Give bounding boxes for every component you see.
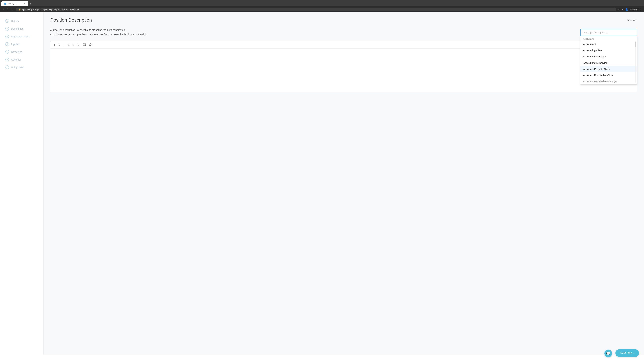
back-button[interactable]: ‹ (2, 7, 5, 11)
incognito-label: Incognito (630, 8, 638, 10)
preview-label: Preview (626, 19, 635, 21)
dropdown-item-accounting-clerk[interactable]: Accounting Clerk (580, 47, 637, 53)
strikethrough-button[interactable]: S (71, 43, 76, 47)
paragraph-button[interactable]: ¶ (52, 43, 56, 47)
sidebar-item-hiring-team[interactable]: 7 Hiring Team (3, 64, 40, 71)
sidebar-label-screening: Screening (11, 50, 22, 53)
next-step-button[interactable]: Next Step › (616, 349, 639, 355)
underline-button[interactable]: U (66, 43, 70, 47)
nav-circle-pipeline: 4 (5, 42, 9, 46)
external-link-icon: ↗ (636, 19, 637, 21)
next-step-label: Next Step (620, 352, 632, 355)
nav-circle-advertise: 6 (5, 58, 9, 61)
sidebar-item-advertise[interactable]: 6 Advertise (3, 56, 40, 63)
link-button[interactable] (88, 42, 93, 47)
profile-button[interactable]: 👤 (625, 8, 628, 11)
bookmark-button[interactable]: ☆ (618, 8, 620, 11)
next-step-arrow: › (634, 352, 634, 355)
sidebar-label-pipeline: Pipeline (11, 43, 20, 45)
dropdown-item-accounting-manager[interactable]: Accounting Manager (580, 53, 637, 60)
dropdown-item-accounts-payable-clerk[interactable]: Accounts Payable Clerk (580, 66, 637, 72)
nav-circle-hiring-team: 7 (5, 65, 9, 69)
app-layout: 1 Details 2 Description 3 Application Fo… (0, 12, 644, 355)
sidebar-label-application-form: Application Form (11, 35, 30, 38)
page-title: Position Description (50, 17, 92, 23)
editor-body[interactable] (50, 49, 637, 92)
extensions-button[interactable]: ⊞ (622, 8, 624, 11)
sidebar-label-details: Details (11, 19, 19, 22)
dropdown-item-accounts-receivable-manager[interactable]: Accounts Receivable Manager (580, 78, 637, 84)
sidebar-item-details[interactable]: 1 Details (3, 17, 40, 24)
tab-title: Breezy HR (8, 2, 18, 5)
scroll-thumb (636, 41, 636, 47)
lock-icon: 🔒 (18, 8, 21, 10)
active-tab[interactable]: Breezy HR ✕ (1, 1, 28, 6)
sidebar-label-advertise: Advertise (11, 58, 22, 61)
address-bar[interactable]: 🔒 app.breezy.hr/app/c/sample-company/pos… (16, 7, 616, 11)
nav-circle-application-form: 3 (5, 34, 9, 38)
sidebar-item-description[interactable]: 2 Description (3, 25, 40, 32)
preview-link[interactable]: Preview ↗ (626, 19, 637, 21)
tab-favicon (4, 2, 6, 5)
sidebar-item-screening[interactable]: 5 Screening (3, 48, 40, 55)
main-content: Position Description Preview ↗ A great j… (44, 12, 644, 355)
url-text: app.breezy.hr/app/c/sample-company/posit… (22, 8, 614, 10)
page-header: Position Description Preview ↗ (50, 17, 637, 23)
dropdown-item-accounts-receivable-clerk[interactable]: Accounts Receivable Clerk (580, 72, 637, 78)
sidebar-item-application-form[interactable]: 3 Application Form (3, 33, 40, 40)
hint-line1: A great job description is essential to … (50, 28, 637, 32)
refresh-button[interactable]: ↻ (10, 8, 14, 11)
chat-icon: 💬 (606, 352, 610, 355)
sidebar: 1 Details 2 Description 3 Application Fo… (0, 12, 44, 355)
bold-button[interactable]: B (57, 43, 62, 47)
sidebar-label-hiring-team: Hiring Team (11, 66, 24, 69)
nav-circle-details: 1 (5, 19, 9, 23)
nav-circle-description: 2 (5, 27, 9, 30)
dropdown-list: Accounting Accountant Accounting Clerk A… (580, 36, 637, 85)
search-container: Accounting Accountant Accounting Clerk A… (580, 29, 637, 85)
svg-rect-0 (83, 43, 86, 45)
italic-button[interactable]: I (62, 43, 66, 47)
tab-close-button[interactable]: ✕ (24, 2, 26, 5)
image-button[interactable] (82, 43, 87, 47)
dropdown-item-accounting-supervisor[interactable]: Accounting Supervisor (580, 60, 637, 66)
browser-actions: ☆ ⊞ 👤 Incognito ⋮ (618, 8, 642, 11)
hint-line2: Don't have one yet? No problem — choose … (50, 32, 637, 36)
dropdown-item-accountant[interactable]: Accountant (580, 41, 637, 47)
nav-circle-screening: 5 (5, 50, 9, 54)
sidebar-label-description: Description (11, 27, 24, 30)
job-description-search-input[interactable] (580, 29, 637, 36)
editor-toolbar: ¶ B I U S ☰ (50, 41, 637, 49)
new-tab-button[interactable]: + (28, 1, 33, 6)
address-bar-row: ‹ › ↻ 🔒 app.breezy.hr/app/c/sample-compa… (0, 6, 644, 12)
forward-button[interactable]: › (6, 7, 9, 11)
dropdown-category: Accounting (580, 36, 637, 41)
menu-button[interactable]: ⋮ (640, 8, 642, 11)
sidebar-item-pipeline[interactable]: 4 Pipeline (3, 40, 40, 48)
editor-area: ¶ B I U S ☰ (50, 41, 637, 92)
browser-tab-bar: Breezy HR ✕ + (0, 0, 644, 6)
list-button[interactable]: ☰ (76, 43, 81, 47)
description-hint: A great job description is essential to … (50, 28, 637, 36)
